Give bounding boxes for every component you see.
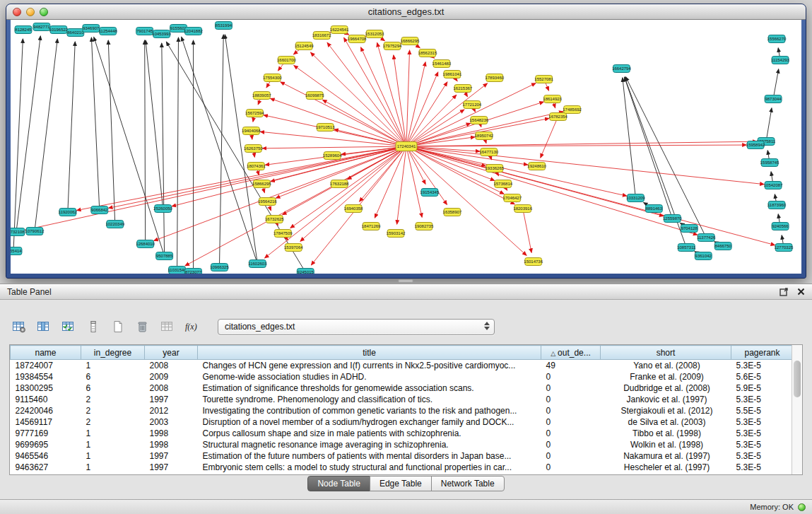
citation-edge-red[interactable]: [266, 81, 270, 88]
citation-edge-black[interactable]: [778, 48, 779, 56]
graph-node[interactable]: 10453993: [152, 30, 171, 38]
citation-edge-black[interactable]: [146, 40, 163, 204]
citation-edge-black[interactable]: [782, 235, 783, 243]
graph-node[interactable]: 15958745: [760, 159, 779, 167]
graph-node[interactable]: 16099875: [305, 92, 324, 100]
citation-edge-red[interactable]: [486, 140, 486, 144]
table-row[interactable]: 911546021997Tourette syndrome. Phenomeno…: [11, 394, 794, 405]
citation-edge-red[interactable]: [410, 83, 536, 145]
citation-edge-black[interactable]: [767, 151, 769, 158]
graph-node[interactable]: 9361042: [695, 252, 712, 260]
graph-node[interactable]: 9704128: [681, 225, 698, 233]
citation-edge-red[interactable]: [290, 148, 403, 228]
citation-edge-red[interactable]: [323, 100, 403, 144]
citation-edge-red[interactable]: [524, 213, 531, 252]
graph-node[interactable]: 9507885: [156, 252, 173, 260]
function-builder-icon[interactable]: f(x): [183, 317, 201, 336]
graph-node[interactable]: 19336265: [485, 165, 504, 173]
graph-node[interactable]: 8128245: [15, 26, 32, 34]
graph-node[interactable]: 15312053: [365, 30, 384, 38]
citation-edge-red[interactable]: [553, 103, 555, 108]
graph-node[interactable]: 10220349: [105, 221, 124, 228]
citation-edge-red[interactable]: [407, 151, 422, 217]
graph-node[interactable]: 10331209: [626, 194, 645, 202]
graph-node[interactable]: 15566270: [767, 35, 787, 43]
graph-hub-node[interactable]: 17240341: [396, 142, 417, 151]
graph-node[interactable]: 11154293: [771, 57, 789, 64]
graph-node[interactable]: 17046427: [502, 194, 522, 202]
citation-edge-black[interactable]: [162, 43, 165, 252]
tab-network-table[interactable]: Network Table: [431, 476, 505, 491]
graph-node[interactable]: 15958942: [746, 141, 765, 149]
graph-node[interactable]: 15648236: [470, 117, 489, 124]
column-selector-icon[interactable]: [84, 317, 102, 336]
graph-node[interactable]: 17554300: [263, 74, 282, 82]
graph-node[interactable]: 15461483: [433, 60, 452, 68]
table-row[interactable]: 977716911998Corpus callosum shape and si…: [11, 428, 794, 439]
citation-edge-red[interactable]: [344, 37, 404, 143]
graph-node[interactable]: 10196522: [49, 26, 69, 34]
column-header-pagerank[interactable]: pagerank: [731, 346, 794, 360]
citation-edge-red[interactable]: [411, 148, 664, 216]
scrollbar-thumb[interactable]: [794, 361, 801, 397]
memory-status-icon[interactable]: [798, 503, 806, 511]
graph-node[interactable]: 8255414: [11, 247, 22, 255]
graph-node[interactable]: 15866295: [252, 180, 271, 188]
graph-node[interactable]: 11031540: [167, 267, 187, 274]
graph-node[interactable]: 16782354: [548, 113, 567, 121]
graph-node[interactable]: 16224541: [330, 26, 349, 34]
table-row[interactable]: 969969511998Structural magnetic resonanc…: [11, 439, 794, 450]
citation-edge-red[interactable]: [77, 147, 403, 210]
graph-node[interactable]: 16940358: [344, 205, 363, 213]
citation-edge-red[interactable]: [541, 121, 556, 158]
citation-edge-black[interactable]: [68, 42, 75, 208]
citation-edge-red[interactable]: [25, 147, 402, 230]
graph-node[interactable]: 11920062: [59, 209, 78, 216]
citation-edge-red[interactable]: [258, 100, 260, 105]
table-vertical-scrollbar[interactable]: [792, 345, 802, 474]
table-row[interactable]: 946362711997Embryonic stem cells: a mode…: [11, 462, 794, 473]
tab-edge-table[interactable]: Edge Table: [370, 476, 432, 491]
graph-node[interactable]: 17485692: [563, 106, 582, 114]
column-header-short[interactable]: short: [601, 346, 731, 360]
citation-edge-red[interactable]: [334, 129, 402, 146]
new-table-icon[interactable]: [109, 317, 127, 336]
tab-node-table[interactable]: Node Table: [307, 476, 370, 491]
graph-node[interactable]: 25260050: [153, 205, 172, 213]
citation-edge-black[interactable]: [625, 77, 704, 234]
citation-edge-red[interactable]: [253, 117, 254, 122]
citation-edge-red[interactable]: [263, 188, 264, 193]
citation-edge-red[interactable]: [473, 108, 475, 112]
graph-node[interactable]: 17632188: [330, 180, 349, 188]
graph-node[interactable]: 18614923: [543, 95, 562, 103]
citation-edge-red[interactable]: [260, 132, 402, 146]
graph-node[interactable]: 18839057: [252, 92, 271, 100]
graph-node[interactable]: 16732625: [265, 216, 284, 223]
table-row[interactable]: 1830029562008Estimation of significance …: [11, 382, 794, 394]
graph-node[interactable]: 9346907: [83, 25, 100, 33]
close-panel-icon[interactable]: [797, 288, 805, 296]
graph-node[interactable]: 10966325: [210, 264, 229, 271]
graph-node[interactable]: 8640210: [67, 29, 84, 37]
graph-node[interactable]: 19861041: [443, 71, 462, 78]
graph-node[interactable]: 12041882: [184, 28, 203, 35]
graph-node[interactable]: 12559870: [663, 215, 682, 223]
import-table-icon[interactable]: [158, 317, 177, 336]
graph-node[interactable]: 15014736: [524, 258, 543, 266]
citation-edge-red[interactable]: [411, 147, 627, 196]
graph-node[interactable]: 9482771: [33, 23, 50, 31]
graph-node[interactable]: 15124549: [295, 42, 314, 50]
citation-edge-red[interactable]: [411, 148, 698, 235]
citation-edge-black[interactable]: [767, 108, 772, 137]
graph-node[interactable]: 8531994: [215, 22, 232, 30]
table-selector-combobox[interactable]: citations_edges.txt: [218, 319, 495, 335]
graph-node[interactable]: 15289604: [323, 152, 342, 160]
graph-node[interactable]: 18074361: [247, 163, 266, 170]
graph-node[interactable]: 19404068: [242, 127, 261, 135]
graph-node[interactable]: 11873960: [767, 201, 787, 209]
citation-edge-red[interactable]: [546, 83, 549, 91]
graph-node[interactable]: 16642794: [612, 65, 631, 73]
graph-node[interactable]: 16601700: [277, 57, 296, 64]
graph-node[interactable]: 8723077: [185, 269, 202, 274]
column-header-in-degree[interactable]: in_degree: [81, 346, 145, 360]
